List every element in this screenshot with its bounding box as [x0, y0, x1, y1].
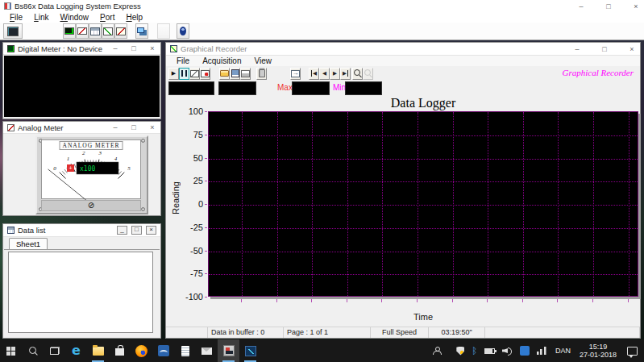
status-panel-3: Page : 1 of 1 [284, 327, 371, 338]
digital-maximize-button[interactable] [130, 43, 138, 54]
ytick-mark [205, 297, 207, 298]
ytick-label: 75 [172, 130, 203, 139]
file-explorer-button[interactable] [87, 339, 109, 362]
status-panel-5: 03:19:50" [429, 327, 485, 338]
analog-meter-window: Analog Meter 012345+x100 ANALOG METER [2, 121, 161, 216]
y-axis-label: Reading [171, 181, 181, 214]
digital-meter-display [4, 56, 160, 117]
xtick-mark [381, 299, 382, 302]
language-indicator[interactable]: DAN [554, 347, 572, 355]
xy-recorder-button[interactable] [114, 23, 127, 39]
chart-app-button[interactable] [239, 339, 261, 362]
app-icon [4, 2, 11, 10]
store-button[interactable] [109, 339, 131, 362]
ytick-label: -75 [172, 268, 203, 278]
datalist-maximize-button[interactable] [131, 226, 142, 235]
clock[interactable]: 15:19 27-01-2018 [580, 343, 617, 359]
writer-button[interactable] [174, 339, 196, 362]
datalogger-icon [223, 345, 235, 356]
store-icon [115, 348, 124, 356]
ytick-label: 100 [172, 106, 203, 116]
minimize-button[interactable] [577, 1, 585, 12]
taskbar: ᛒDAN 15:19 27-01-2018 [0, 339, 644, 362]
close-button[interactable] [632, 1, 640, 12]
meter-adjust-screw-icon [41, 200, 141, 211]
graph2-icon [116, 27, 126, 35]
analog-maximize-button[interactable] [130, 122, 138, 133]
xtick-mark [276, 299, 277, 302]
datalist-minimize-button[interactable] [117, 226, 127, 235]
search-button[interactable] [22, 339, 44, 362]
svg-text:4: 4 [114, 156, 118, 162]
analog-close-button[interactable] [148, 122, 156, 133]
digital-meter-window-icon [7, 45, 15, 52]
blank-icon [159, 27, 168, 35]
ytick-label: 50 [172, 153, 203, 163]
main-menu-port[interactable]: Port [94, 13, 120, 22]
data-list-button[interactable] [89, 23, 102, 39]
digital-meter-title: Digital Meter : No Device [18, 44, 108, 53]
digital-minimize-button[interactable] [111, 43, 119, 54]
main-menu-link[interactable]: Link [28, 13, 54, 22]
info-icon [180, 27, 186, 35]
digital-meter-icon [64, 27, 74, 35]
device-monitor-button[interactable] [3, 23, 23, 39]
datalogger-app-button[interactable] [218, 339, 239, 362]
maximize-button[interactable] [605, 1, 613, 12]
main-menubar: FileLinkWindowPortHelp [0, 12, 644, 23]
graphical-recorder-button[interactable] [102, 23, 114, 39]
ytick-mark [205, 273, 207, 274]
main-menu-help[interactable]: Help [120, 13, 148, 22]
ytick-mark [205, 158, 207, 159]
battery-icon[interactable] [484, 348, 495, 354]
mail-button[interactable] [196, 339, 218, 362]
analog-meter-button[interactable] [76, 23, 89, 39]
cascade-windows-button[interactable] [135, 23, 148, 39]
datalist-close-button[interactable] [146, 226, 156, 235]
digital-meter-titlebar: Digital Meter : No Device [3, 43, 160, 55]
network-icon[interactable] [537, 347, 546, 355]
volume-icon[interactable] [502, 347, 513, 355]
start-button[interactable] [0, 339, 22, 362]
chart-app-icon [245, 346, 256, 356]
data-list-title: Data list [18, 226, 114, 235]
paint-app-button[interactable] [152, 339, 174, 362]
svg-text:+: + [69, 165, 72, 171]
graph-icon [103, 27, 113, 35]
edge-icon [72, 344, 81, 357]
bluetooth-icon[interactable]: ᛒ [472, 347, 477, 356]
clock-time: 15:19 [580, 343, 617, 351]
mail-icon [202, 347, 212, 355]
ytick-label: -100 [172, 292, 203, 302]
task-view-button[interactable] [44, 339, 65, 362]
status-panel-6 [485, 327, 640, 338]
taskbar-tray: ᛒDAN 15:19 27-01-2018 [432, 339, 644, 362]
svg-text:5: 5 [127, 165, 131, 172]
data-list-grid[interactable] [8, 252, 153, 333]
ime-icon[interactable] [520, 346, 530, 356]
screw-icon [141, 207, 145, 211]
digital-meter-button[interactable] [63, 23, 76, 39]
ytick-mark [205, 181, 207, 181]
xtick-mark [347, 299, 347, 302]
desktop: Bs86x Data Logging System Express FileLi… [0, 0, 644, 362]
main-toolbar [0, 23, 644, 40]
firefox-button[interactable] [131, 339, 152, 362]
start-icon [6, 347, 15, 356]
main-title: Bs86x Data Logging System Express [15, 2, 574, 10]
edge-button[interactable] [65, 339, 87, 362]
analog-minimize-button[interactable] [111, 122, 119, 133]
people-icon[interactable] [432, 347, 441, 355]
about-button[interactable] [177, 23, 189, 39]
task-view-icon [50, 347, 60, 355]
main-menu-window[interactable]: Window [54, 13, 94, 22]
main-menu-file[interactable]: File [4, 13, 28, 22]
action-center-button[interactable] [627, 347, 638, 356]
analog-meter-gauge: 012345+x100 ANALOG METER [35, 135, 148, 214]
tab-sheet1[interactable]: Sheet1 [9, 238, 48, 249]
graphical-recorder-window: Graphical Recorder FileAcquisitionView G… [165, 42, 641, 339]
cascade-icon [137, 27, 144, 33]
defender-shield-icon[interactable] [456, 347, 464, 356]
ytick-mark [205, 111, 207, 112]
digital-close-button[interactable] [148, 43, 156, 54]
